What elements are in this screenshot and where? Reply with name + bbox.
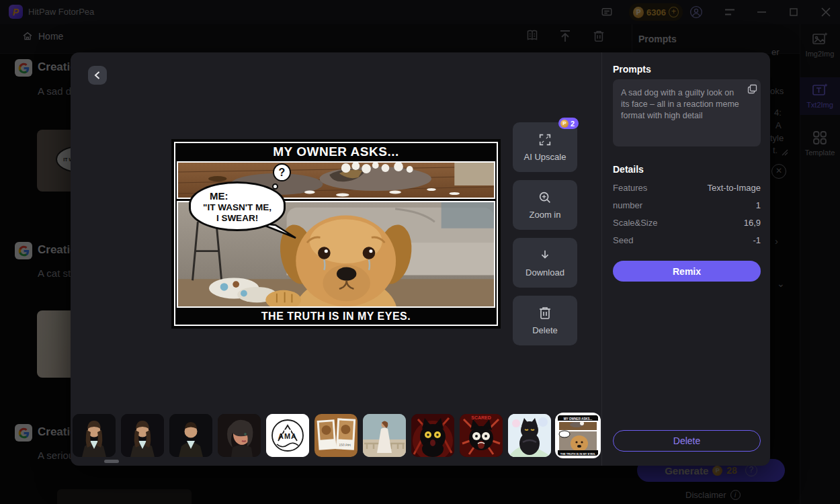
svg-text:SCARED: SCARED — [471, 415, 491, 420]
chevron-left-icon — [93, 71, 101, 79]
download-icon — [538, 248, 552, 263]
detail-label: number — [613, 200, 642, 210]
delete-creation-button[interactable]: Delete — [613, 430, 761, 452]
meme-top-caption: MY OWNER ASKS... — [175, 143, 497, 161]
thumbnail-bride[interactable] — [363, 414, 406, 457]
meme-bottom-caption: THE TRUTH IS IN MY EYES. — [175, 308, 497, 325]
prompt-text: A sad dog with a guilty look on its face… — [621, 88, 739, 120]
prompts-heading: Prompts — [613, 64, 651, 75]
download-button[interactable]: Download — [513, 238, 577, 288]
thumbnail-strip-scrollbar[interactable] — [104, 460, 119, 463]
speech-line: I SWEAR! — [191, 213, 284, 224]
upscale-cost-badge: P 2 — [558, 118, 579, 129]
upscale-icon — [538, 132, 552, 147]
thumbnail-man-portrait-2[interactable] — [121, 414, 164, 457]
thought-bubble: ? — [273, 163, 291, 181]
detail-value: 1 — [756, 200, 761, 210]
detail-row-seed: Seed -1 — [613, 235, 761, 245]
zoom-in-icon — [538, 190, 552, 205]
detail-side-panel: Prompts A sad dog with a guilty look on … — [601, 52, 770, 466]
download-label: Download — [526, 267, 564, 278]
image-detail-modal: MY OWNER ASKS... — [71, 52, 770, 466]
detail-label: Features — [613, 183, 647, 193]
thumbnail-cute-cat[interactable] — [508, 414, 551, 457]
detail-value: 16,9 — [744, 218, 761, 228]
thumbnail-shocked-cat-1[interactable] — [411, 414, 454, 457]
detail-label: Seed — [613, 235, 633, 245]
back-button[interactable] — [88, 66, 107, 85]
coin-icon: P — [560, 120, 569, 128]
thumbnail-ama-logo[interactable]: AMA — [266, 414, 309, 457]
thumbnail-shocked-cat-2[interactable]: SCARED — [460, 414, 503, 457]
prompt-text-box[interactable]: A sad dog with a guilty look on its face… — [613, 79, 761, 146]
svg-text:150 PPI: 150 PPI — [339, 443, 351, 448]
detail-row-number: number 1 — [613, 200, 761, 210]
details-heading: Details — [613, 164, 644, 175]
trash-icon — [538, 306, 552, 321]
speech-line: "IT WASN'T ME, — [191, 202, 284, 213]
detail-value: Text-to-Image — [708, 183, 761, 193]
thumbnail-dog-polaroids[interactable]: 150 PPI — [314, 414, 358, 457]
thumbnail-woman-portrait[interactable] — [218, 414, 261, 457]
delete-image-button[interactable]: Delete — [513, 296, 577, 345]
speech-line: ME: — [191, 190, 284, 202]
detail-value: -1 — [753, 235, 761, 245]
thumbnail-man-portrait-3[interactable] — [169, 414, 212, 457]
zoom-in-label: Zoom in — [530, 210, 561, 220]
ai-upscale-button[interactable]: AI Upscale — [513, 122, 577, 172]
thumbnail-dog-meme-selected[interactable]: MY OWNER ASKS...THE TRUTH IS IN MY EYES. — [556, 414, 599, 457]
speech-bubble: ME: "IT WASN'T ME, I SWEAR! — [189, 181, 286, 231]
meme-frame: MY OWNER ASKS... — [174, 142, 498, 326]
upscale-cost: 2 — [571, 120, 575, 128]
generated-image[interactable]: MY OWNER ASKS... — [171, 139, 501, 329]
zoom-in-button[interactable]: Zoom in — [513, 180, 577, 230]
detail-row-features: Features Text-to-Image — [613, 183, 761, 193]
delete-image-label: Delete — [532, 325, 558, 335]
svg-text:THE TRUTH IS IN MY EYES.: THE TRUTH IS IN MY EYES. — [560, 452, 596, 456]
detail-row-scale-size: Scale&Size 16,9 — [613, 218, 761, 228]
svg-text:MY OWNER ASKS...: MY OWNER ASKS... — [564, 417, 593, 421]
thumbnail-man-portrait-1[interactable] — [73, 414, 116, 457]
svg-text:AMA: AMA — [278, 432, 297, 440]
remix-button[interactable]: Remix — [613, 261, 761, 282]
detail-label: Scale&Size — [613, 218, 657, 228]
copy-prompt-icon[interactable] — [747, 84, 757, 94]
ai-upscale-label: AI Upscale — [524, 152, 566, 162]
